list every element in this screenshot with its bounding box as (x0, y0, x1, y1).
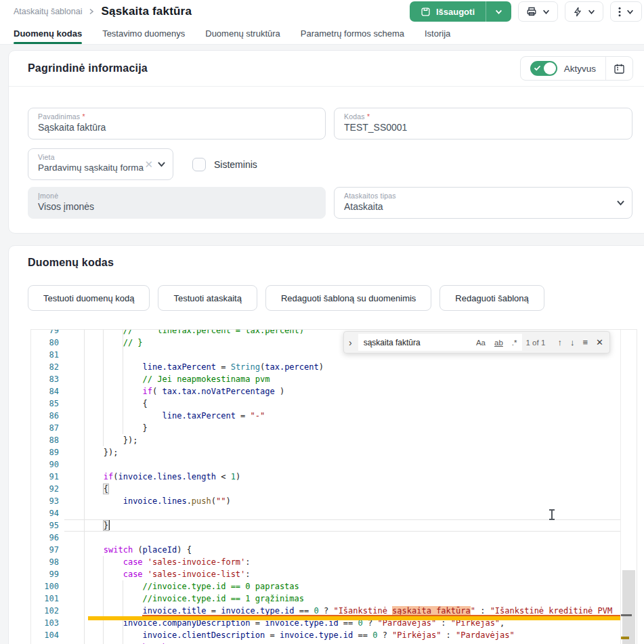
code-line[interactable]: 86 line.taxPercent = "-" (31, 410, 620, 422)
line-number: 91 (31, 471, 64, 483)
mouse-ibeam-cursor (549, 509, 555, 520)
code-action-button-0[interactable]: Testuoti duomenų kodą (28, 285, 150, 311)
code-line[interactable]: 98 case 'sales-invoice-form': (31, 556, 620, 568)
code-line[interactable]: 93 invoice.lines.push("") (31, 495, 620, 507)
company-field: Įmonė Visos įmonės (28, 187, 326, 219)
active-toggle[interactable]: Aktyvus (521, 57, 605, 80)
system-checkbox-row[interactable]: Sisteminis (181, 148, 257, 180)
line-number: 85 (31, 398, 64, 410)
tab-bar: Duomenų kodasTestavimo duomenysDuomenų s… (0, 23, 644, 45)
code-line[interactable]: 85 { (31, 398, 620, 410)
code-action-button-1[interactable]: Testuoti ataskaitą (158, 285, 257, 311)
place-select[interactable]: Vieta Pardavimų sąskaitų forma ✕ (28, 148, 173, 180)
code-line[interactable]: 84 if( tax.tax.noVatPercentage ) (31, 385, 620, 398)
report-type-label: Ataskaitos tipas (344, 192, 622, 200)
editor-scrollbar[interactable] (620, 330, 637, 644)
printer-icon (526, 6, 537, 17)
find-close-button[interactable]: ✕ (594, 337, 605, 348)
company-field-value: Visos įmonės (38, 201, 316, 212)
line-number: 89 (31, 446, 64, 458)
find-next-button[interactable]: ↓ (568, 337, 577, 348)
toggle-switch[interactable] (530, 61, 557, 76)
code-editor[interactable]: 79 // lineTax.percent = tax.percent)80 /… (30, 329, 637, 644)
line-number: 97 (31, 544, 64, 556)
clear-icon[interactable]: ✕ (144, 159, 153, 169)
chevron-down-icon (588, 8, 595, 16)
breadcrumb-link[interactable]: Ataskaitų šablonai (14, 7, 82, 16)
calendar-button[interactable] (605, 57, 632, 80)
more-menu-button[interactable] (610, 1, 642, 22)
code-line[interactable]: 104 invoice.clientDescription = invoice.… (31, 629, 620, 641)
code-line[interactable]: 97 switch (placeId) { (31, 544, 620, 556)
find-query-text: sąskaita faktūra (364, 338, 469, 347)
code-line[interactable]: 101 //invoice.type.id == 1 grąžinimas (31, 593, 620, 605)
code-action-button-2[interactable]: Redaguoti šabloną su duomenimis (265, 285, 431, 311)
line-number: 80 (31, 337, 64, 349)
report-template-editor: Ataskaitų šablonai Sąskaita faktūra Išsa… (0, 0, 644, 644)
data-code-card: Duomenų kodas Testuoti duomenų kodąTestu… (8, 245, 644, 644)
code-field-label: Kodas (344, 112, 365, 121)
line-number: 93 (31, 495, 64, 507)
required-asterisk: * (367, 112, 370, 121)
line-number: 101 (31, 593, 64, 605)
chevron-down-icon[interactable] (157, 160, 166, 169)
breadcrumb: Ataskaitų šablonai Sąskaita faktūra (14, 5, 410, 18)
code-lines: 79 // lineTax.percent = tax.percent)80 /… (31, 329, 620, 644)
line-number: 95 (31, 519, 64, 532)
system-checkbox[interactable] (192, 158, 206, 171)
match-case-button[interactable]: Aa (474, 338, 488, 347)
code-line[interactable]: 99 case 'sales-invoice-list': (31, 568, 620, 580)
code-line[interactable]: 95 } (31, 519, 620, 532)
code-line[interactable]: 90 (31, 458, 620, 471)
save-dropdown-button[interactable] (486, 8, 511, 16)
company-field-label: Įmonė (38, 192, 316, 200)
print-button[interactable] (518, 1, 558, 22)
code-line[interactable]: 105 break; (31, 641, 620, 644)
line-number: 92 (31, 483, 64, 495)
code-line[interactable]: 92 { (31, 483, 620, 495)
top-bar: Ataskaitų šablonai Sąskaita faktūra Išsa… (0, 0, 644, 23)
code-line[interactable]: 91 if(invoice.lines.length < 1) (31, 471, 620, 483)
find-input[interactable]: sąskaita faktūra Aa ab .* (358, 334, 522, 351)
tab-2[interactable]: Duomenų struktūra (205, 23, 280, 44)
find-match-count: 1 of 1 (526, 339, 552, 347)
system-checkbox-label: Sisteminis (214, 159, 257, 170)
tab-0[interactable]: Duomenų kodas (14, 23, 82, 44)
find-expand-toggle-icon[interactable]: › (347, 337, 354, 348)
tab-1[interactable]: Testavimo duomenys (102, 23, 185, 44)
find-in-selection-button[interactable]: ≡ (581, 337, 591, 348)
top-actions: Išsaugoti (410, 1, 642, 22)
code-action-buttons: Testuoti duomenų kodąTestuoti ataskaitąR… (28, 285, 544, 311)
page-content: Pagrindinė informacija Aktyvus (0, 45, 644, 644)
code-action-button-3[interactable]: Redaguoti šabloną (439, 285, 544, 311)
tab-4[interactable]: Istorija (425, 23, 450, 44)
chevron-down-icon[interactable] (616, 198, 625, 207)
report-type-select[interactable]: Ataskaitos tipas Ataskaita (334, 187, 632, 219)
code-line[interactable]: 82 line.taxPercent = String(tax.percent) (31, 361, 620, 373)
section-title-data-code: Duomenų kodas (28, 257, 114, 269)
main-info-card: Pagrindinė informacija Aktyvus (8, 50, 644, 234)
chevron-down-icon (542, 8, 550, 16)
code-line[interactable]: 96 (31, 532, 620, 544)
line-number: 96 (31, 532, 64, 544)
page-title: Sąskaita faktūra (101, 5, 192, 18)
name-field[interactable]: Pavadinimas * Sąskaita faktūra (28, 108, 326, 139)
code-line[interactable]: 87 } (31, 422, 620, 434)
find-previous-button[interactable]: ↑ (556, 337, 565, 348)
code-line[interactable]: 88 }); (31, 434, 620, 446)
actions-button[interactable] (565, 1, 603, 22)
code-line[interactable]: 83 // Jei neapmokestinama pvm (31, 373, 620, 385)
code-field[interactable]: Kodas * TEST_SS0001 (334, 108, 632, 139)
whole-word-button[interactable]: ab (492, 338, 505, 347)
find-widget: › sąskaita faktūra Aa ab .* 1 of 1 ↑ ↓ ≡… (343, 331, 610, 353)
code-line[interactable]: 94 (31, 507, 620, 519)
code-line[interactable]: 100 //invoice.type.id == 0 paprastas (31, 580, 620, 593)
save-button[interactable]: Išsaugoti (410, 1, 511, 22)
line-number: 103 (31, 617, 64, 629)
line-number: 87 (31, 422, 64, 434)
line-number: 86 (31, 410, 64, 422)
regex-button[interactable]: .* (510, 338, 519, 347)
code-line[interactable]: 89 }); (31, 446, 620, 458)
tab-3[interactable]: Parametrų formos schema (301, 23, 404, 44)
scrollbar-slider[interactable] (622, 570, 635, 644)
